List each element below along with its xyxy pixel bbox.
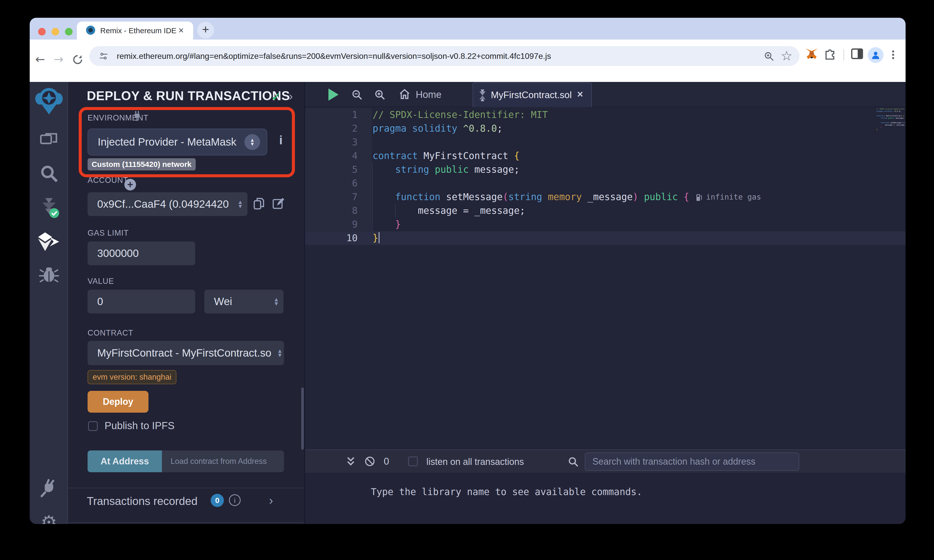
code-line[interactable]: 7 function setMessage(string memory _mes… [305, 190, 906, 204]
at-address-input[interactable]: Load contract from Address [162, 451, 284, 472]
browser-tab[interactable]: Remix - Ethereum IDE × [77, 22, 193, 40]
code-line[interactable]: 1// SPDX-License-Identifier: MIT [305, 108, 906, 122]
publish-ipfs-checkbox[interactable] [88, 421, 98, 431]
copy-account-icon[interactable] [253, 197, 265, 211]
value-unit-select[interactable]: Wei ▲▼ [204, 290, 284, 314]
side-panel-icon[interactable] [850, 47, 864, 61]
environment-select[interactable]: Injected Provider - MetaMask ▲▼ [88, 129, 267, 155]
publish-ipfs-label: Publish to IPFS [105, 420, 175, 431]
code-line[interactable]: 4contract MyFirstContract { [305, 149, 906, 163]
code-line[interactable]: 2pragma solidity ^0.8.0; [305, 122, 906, 135]
zoom-page-icon[interactable] [763, 51, 775, 62]
editor-tab-bar: Home MyFirstContract.sol × [305, 82, 906, 107]
metamask-extension-icon[interactable] [804, 47, 819, 62]
tab-file[interactable]: MyFirstContract.sol × [473, 82, 592, 107]
code-line[interactable]: 3 [305, 135, 906, 149]
edit-account-icon[interactable] [271, 197, 285, 210]
panel-title: DEPLOY & RUN TRANSACTIONS [87, 89, 290, 103]
remix-logo-icon[interactable] [30, 87, 68, 115]
traffic-zoom-button[interactable] [65, 28, 72, 35]
transactions-recorded-label: Transactions recorded [87, 495, 197, 508]
new-tab-button[interactable]: + [197, 22, 214, 38]
search-icon[interactable] [30, 164, 68, 183]
run-script-icon[interactable] [328, 89, 339, 101]
browser-toolbar: ← → remix.ethereum.org/#lang=en&optimize… [30, 40, 906, 82]
bookmark-star-icon[interactable]: ☆ [781, 48, 793, 63]
plugin-manager-icon[interactable] [30, 478, 68, 498]
contract-select[interactable]: MyFirstContract - MyFirstContract.so ▲▼ [88, 341, 284, 365]
tab-home-label[interactable]: Home [416, 89, 441, 100]
terminal-toolbar: 0 listen on all transactions Search with… [305, 449, 906, 473]
account-value: 0x9Cf...CaaF4 (0.04924420 [97, 198, 229, 210]
toolbar-divider [843, 49, 844, 60]
terminal-search-input[interactable]: Search with transaction hash or address [585, 452, 799, 471]
indent-guide [372, 163, 373, 231]
code-line[interactable]: 5 string public message; [305, 163, 906, 177]
tab-close-icon[interactable]: × [577, 89, 583, 100]
zoom-in-icon[interactable] [374, 89, 386, 101]
value-input[interactable]: 0 [88, 290, 195, 314]
listen-label: listen on all transactions [426, 457, 524, 467]
panel-expand-icon[interactable]: › [289, 89, 293, 103]
chrome-menu-icon[interactable] [892, 49, 894, 60]
gas-estimate-annotation: infinite gas [696, 190, 761, 204]
add-account-icon[interactable]: + [124, 179, 136, 191]
tab-close-icon[interactable]: × [179, 25, 184, 36]
traffic-close-button[interactable] [38, 28, 46, 35]
line-number: 6 [305, 177, 372, 190]
environment-value: Injected Provider - MetaMask [98, 136, 236, 148]
site-settings-icon[interactable] [99, 51, 109, 62]
code-line[interactable]: 9 } [305, 218, 906, 231]
line-number: 4 [305, 149, 372, 163]
environment-spinner-icon[interactable]: ▲▼ [244, 134, 260, 150]
transactions-info-icon[interactable]: i [229, 494, 240, 506]
collapse-terminal-icon[interactable] [346, 456, 356, 467]
gas-limit-input[interactable]: 3000000 [88, 242, 195, 265]
listen-checkbox[interactable] [408, 457, 418, 466]
browser-window: Remix - Ethereum IDE × + ← → remix.ether… [30, 18, 906, 524]
environment-info-icon[interactable]: i [279, 133, 282, 147]
settings-gear-icon[interactable]: ⚙ [30, 512, 68, 524]
remix-favicon-icon [86, 26, 95, 35]
terminal-prompt[interactable]: > [348, 521, 355, 524]
transactions-count-badge: 0 [211, 494, 224, 507]
indent-guide [395, 204, 396, 218]
code-editor: Home MyFirstContract.sol × 1// SPDX-Lice… [304, 82, 906, 449]
forward-button[interactable]: → [54, 52, 64, 66]
solidity-compiler-icon[interactable] [30, 197, 68, 218]
deploy-run-icon[interactable] [30, 232, 68, 252]
debugger-bug-icon[interactable] [30, 265, 68, 284]
home-icon [398, 88, 411, 101]
zoom-out-icon[interactable] [351, 89, 363, 101]
minimap[interactable]: // SPDX-License-Identifier: MITpragma so… [876, 108, 906, 138]
line-number: 3 [305, 135, 372, 149]
code-area[interactable]: 1// SPDX-License-Identifier: MIT2pragma … [305, 108, 906, 245]
tab-home[interactable] [398, 88, 411, 101]
file-explorer-icon[interactable] [30, 130, 68, 148]
code-line[interactable]: 6 [305, 177, 906, 190]
reload-button[interactable] [72, 54, 83, 65]
extensions-puzzle-icon[interactable] [823, 47, 837, 61]
back-button[interactable]: ← [35, 52, 45, 66]
at-address-button[interactable]: At Address [88, 451, 162, 472]
solidity-file-icon [479, 89, 486, 101]
icon-panel: ⚙ [30, 82, 68, 524]
environment-plug-icon [132, 110, 142, 122]
account-select[interactable]: 0x9Cf...CaaF4 (0.04924420 ▲▼ [88, 192, 247, 216]
transactions-expand-icon[interactable]: › [269, 493, 273, 507]
traffic-minimize-button[interactable] [51, 28, 59, 35]
side-panel-scrollbar[interactable] [301, 388, 304, 450]
profile-avatar[interactable] [868, 47, 883, 63]
code-line[interactable]: 10} [305, 231, 906, 245]
line-number: 5 [305, 163, 372, 177]
network-badge: Custom (11155420) network [88, 158, 196, 171]
deploy-button[interactable]: Deploy [88, 391, 148, 413]
clear-console-icon[interactable] [364, 455, 376, 467]
tab-title: Remix - Ethereum IDE [100, 26, 176, 35]
url-text[interactable]: remix.ethereum.org/#lang=en&optimize=fal… [117, 51, 551, 61]
value-amount: 0 [97, 295, 103, 308]
url-bar[interactable]: remix.ethereum.org/#lang=en&optimize=fal… [89, 46, 800, 66]
value-label: VALUE [88, 277, 114, 286]
evm-version-badge: evm version: shanghai [88, 370, 176, 384]
line-number: 1 [305, 108, 372, 122]
